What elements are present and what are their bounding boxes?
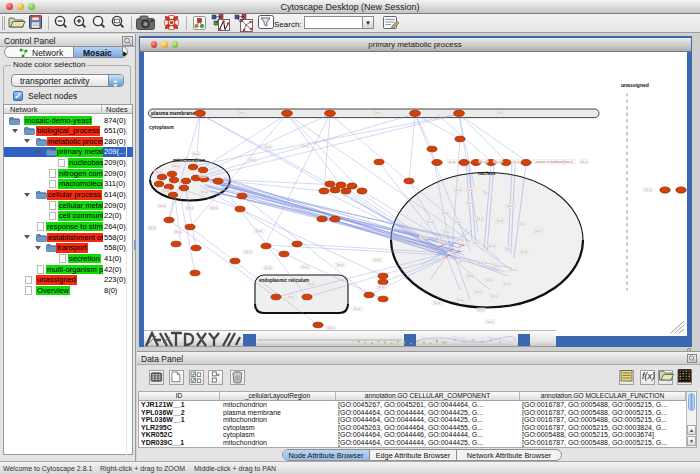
svg-text:(lw a): (lw a) [200,174,207,178]
svg-text:(lw a): (lw a) [494,264,501,268]
svg-text:(lw a): (lw a) [457,238,464,242]
svg-text:(lw a): (lw a) [173,164,180,168]
svg-text:(lw a): (lw a) [265,145,272,149]
svg-text:(lw a): (lw a) [239,111,246,115]
svg-text:(lw a): (lw a) [467,188,474,192]
svg-text:(lw a): (lw a) [480,160,487,164]
svg-text:(lw a): (lw a) [478,308,485,312]
svg-text:(lw a): (lw a) [454,220,461,224]
svg-text:(lw a): (lw a) [581,160,588,164]
svg-text:(lw a): (lw a) [459,259,466,263]
svg-text:(lw a): (lw a) [457,298,464,302]
svg-text:(lw a): (lw a) [487,320,494,324]
svg-text:(lw a): (lw a) [521,250,528,254]
svg-text:(lw a): (lw a) [486,278,493,282]
svg-text:(lw a): (lw a) [467,201,474,205]
svg-text:(lw a): (lw a) [495,160,502,164]
svg-text:(lw a): (lw a) [477,261,484,265]
svg-text:(lw a): (lw a) [434,301,441,305]
svg-text:endoplasmic reticulum: endoplasmic reticulum [259,278,309,283]
svg-text:unassigned: unassigned [621,82,649,88]
svg-text:(lw a): (lw a) [201,190,208,194]
svg-text:cytoplasm: cytoplasm [149,124,174,130]
svg-text:(lw a): (lw a) [455,188,462,192]
svg-text:(lw a): (lw a) [175,230,182,234]
svg-text:(lw a): (lw a) [449,160,456,164]
svg-text:(lw a): (lw a) [535,229,542,233]
svg-text:(lw a): (lw a) [473,241,480,245]
svg-text:(lw a): (lw a) [507,204,514,208]
svg-text:(lw a): (lw a) [442,211,449,215]
svg-text:(lw a): (lw a) [491,294,498,298]
svg-text:(intrinsic to membrane)(two-a): (intrinsic to membrane)(two-a) [535,160,572,164]
svg-text:(lw a): (lw a) [302,265,309,269]
svg-text:plasma membrane: plasma membrane [151,110,195,116]
svg-text:(lw a): (lw a) [484,191,491,195]
svg-text:(lw a): (lw a) [302,144,309,148]
svg-text:(lw a): (lw a) [163,189,170,193]
svg-text:(lw a): (lw a) [645,188,652,192]
svg-text:(lw a): (lw a) [149,226,156,230]
svg-text:(lw a): (lw a) [475,290,482,294]
svg-text:(lw a): (lw a) [193,152,200,156]
svg-text:(lw a): (lw a) [443,230,450,234]
svg-text:(lw a): (lw a) [513,160,520,164]
svg-text:(lw a): (lw a) [427,220,434,224]
svg-text:(lw a): (lw a) [159,204,166,208]
svg-text:(lw a): (lw a) [440,239,447,243]
svg-text:(lw a): (lw a) [288,295,295,299]
svg-text:f(x): f(x) [642,371,655,381]
svg-text:(lw a): (lw a) [504,282,511,286]
svg-text:(lw a): (lw a) [489,244,496,248]
svg-text:(lw a): (lw a) [308,282,315,286]
svg-text:(lw a): (lw a) [497,219,504,223]
svg-text:(lw a): (lw a) [187,206,194,210]
svg-text:(lw a): (lw a) [354,307,361,311]
svg-text:(lw a): (lw a) [421,235,428,239]
svg-text:mitochondrion: mitochondrion [173,158,205,163]
svg-text:(lw a): (lw a) [467,274,474,278]
svg-text:(lw a): (lw a) [375,111,382,115]
svg-text:(lw a): (lw a) [510,268,517,272]
svg-text:(lw a): (lw a) [497,111,504,115]
svg-text:(lw a): (lw a) [477,217,484,221]
svg-text:(lw a): (lw a) [245,250,252,254]
svg-text:(lw a): (lw a) [374,258,381,262]
svg-text:(lw a): (lw a) [249,158,256,162]
svg-text:(lw a): (lw a) [505,247,512,251]
svg-text:(lw a): (lw a) [378,285,385,289]
svg-text:(lw a): (lw a) [265,266,272,270]
svg-text:(lw a): (lw a) [155,170,162,174]
svg-text:(lw a): (lw a) [518,222,525,226]
svg-text:(lw a): (lw a) [337,263,344,267]
svg-text:(lw a): (lw a) [256,229,263,233]
svg-text:(lw a): (lw a) [211,206,218,210]
